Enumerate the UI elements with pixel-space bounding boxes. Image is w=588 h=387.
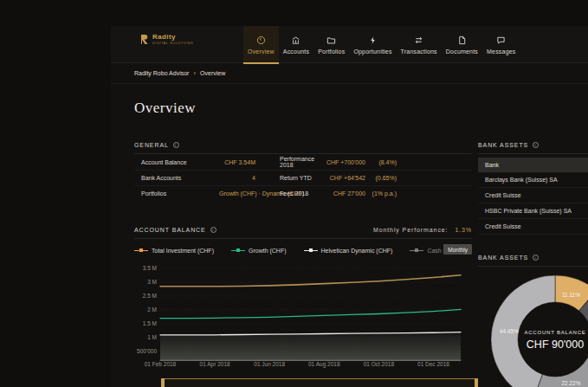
breadcrumb: Radity Robo Advisor › Overview (111, 63, 588, 84)
svg-text:01 Apr 2018: 01 Apr 2018 (200, 361, 230, 368)
svg-text:22.22%: 22.22% (561, 380, 580, 386)
general-value: CHF +64'542 (323, 175, 365, 181)
account-balance-section: ACCOUNT BALANCE Monthly Performance: 1.3… (134, 223, 472, 387)
divider (478, 266, 588, 267)
chart-legend: Total Investment (CHF) Growth (CHF) Helv… (134, 244, 472, 256)
legend-item-helvetican-dynamic[interactable]: Helvetican Dynamic (CHF) (304, 248, 393, 254)
svg-text:11.11%: 11.11% (562, 292, 580, 298)
legend-marker (231, 248, 245, 252)
bolt-icon (368, 35, 378, 45)
svg-text:2.5 M: 2.5 M (143, 293, 157, 299)
brand-tagline: DIGITAL SOLUTIONS (152, 42, 193, 46)
general-value: CHF 3.54M (219, 159, 255, 165)
svg-text:CHF 90'000: CHF 90'000 (527, 339, 584, 351)
balance-line-chart: 3.5 M3 M2.5 M2 M1.5 M1 M500'00001 Feb 20… (134, 261, 472, 372)
svg-text:ACCOUNT BALANCE: ACCOUNT BALANCE (524, 330, 585, 335)
monthly-performance-value: 1.3% (455, 227, 472, 233)
tab-documents[interactable]: Documents (442, 26, 482, 63)
divider (134, 238, 472, 239)
info-icon[interactable] (533, 142, 539, 148)
chat-bubble-icon (496, 35, 506, 45)
general-heading: GENERAL (134, 142, 169, 148)
general-value: CHF 27'000 (323, 190, 365, 197)
app-window: Radity DIGITAL SOLUTIONS Overview Accoun… (111, 26, 588, 387)
chart-range-brush[interactable] (161, 378, 478, 387)
svg-text:3.5 M: 3.5 M (143, 265, 157, 271)
legend-marker (304, 248, 318, 252)
legend-marker (134, 248, 148, 252)
bank-assets-list-section: BANK ASSETS Bank Barclays Bank (Suisse) … (478, 139, 588, 235)
general-row: Account Balance CHF 3.54M Performance 20… (134, 154, 472, 170)
svg-text:500'000: 500'000 (137, 348, 157, 354)
bank-row[interactable]: HSBC Private Bank (Suisse) SA (478, 203, 588, 219)
folder-icon (326, 35, 336, 45)
general-label: Performance 2018 (280, 156, 323, 168)
bank-row[interactable]: Credit Suisse (478, 188, 588, 203)
divider (478, 153, 588, 154)
tab-messages[interactable]: Messages (482, 26, 520, 63)
breadcrumb-root[interactable]: Radity Robo Advisor (134, 70, 189, 76)
gauge-icon (256, 35, 266, 45)
general-percent: (8.4%) (365, 159, 397, 165)
svg-text:2 M: 2 M (147, 306, 157, 313)
radity-logo-icon (141, 35, 149, 45)
tab-portfolios[interactable]: Portfolios (313, 26, 349, 63)
brush-handle-left[interactable] (161, 378, 165, 387)
bank-icon (291, 35, 300, 45)
bank-assets-heading: BANK ASSETS (478, 255, 528, 261)
svg-text:01 Jun 2018: 01 Jun 2018 (254, 361, 285, 367)
page-title: Overview (134, 100, 196, 117)
bank-assets-donut-chart: 11.11%22.22%44.45%ACCOUNT BALANCECHF 90'… (478, 270, 588, 387)
top-nav: Radity DIGITAL SOLUTIONS Overview Accoun… (111, 26, 588, 63)
svg-text:01 Oct 2018: 01 Oct 2018 (364, 361, 395, 367)
tab-overview[interactable]: Overview (243, 26, 279, 63)
breadcrumb-current: Overview (200, 70, 225, 76)
svg-text:01 Feb 2018: 01 Feb 2018 (145, 361, 177, 367)
chevron-right-icon: › (193, 69, 196, 77)
legend-item-total-investment[interactable]: Total Investment (CHF) (134, 248, 214, 254)
tab-transactions[interactable]: Transactions (397, 26, 442, 63)
bank-row[interactable]: Barclays Bank (Suisse) SA (478, 172, 588, 188)
brand-name: Radity (152, 34, 193, 41)
svg-text:44.45%: 44.45% (500, 328, 519, 334)
general-percent: (1% p.a.) (365, 190, 397, 197)
general-label: Account Balance (141, 159, 219, 165)
info-icon[interactable] (210, 227, 216, 233)
brand-logo[interactable]: Radity DIGITAL SOLUTIONS (141, 34, 193, 46)
legend-marker (410, 248, 423, 252)
bank-assets-heading: BANK ASSETS (478, 142, 528, 148)
svg-text:1.5 M: 1.5 M (143, 320, 157, 326)
svg-text:3 M: 3 M (147, 279, 157, 285)
general-value: 4 (219, 175, 255, 181)
general-section: GENERAL Account Balance CHF 3.54M Perfor… (134, 139, 472, 201)
nav-tabs: Overview Accounts Portfolios Opportuniti… (243, 26, 520, 63)
general-percent: (0.65%) (365, 175, 397, 181)
svg-text:01 Dec 2018: 01 Dec 2018 (417, 361, 449, 367)
info-icon[interactable] (533, 255, 539, 261)
svg-text:1 M: 1 M (147, 334, 157, 340)
bank-row[interactable]: Credit Suisse (478, 219, 588, 235)
general-label: Return YTD (280, 175, 323, 181)
tab-accounts[interactable]: Accounts (279, 26, 313, 63)
general-label: Fees 2018 (280, 190, 323, 197)
bank-assets-donut-section: BANK ASSETS 11.11%22.22%44.45%ACCOUNT BA… (478, 251, 588, 267)
info-icon[interactable] (173, 142, 179, 148)
general-row: Portfolios Growth (CHF) · Dynamic (CHF) … (134, 185, 472, 201)
general-label: Bank Accounts (141, 175, 219, 181)
general-label: Portfolios (141, 190, 219, 197)
swap-arrows-icon (414, 35, 423, 45)
general-row: Bank Accounts 4 Return YTD CHF +64'542 (… (134, 170, 472, 185)
tab-opportunities[interactable]: Opportunities (349, 26, 396, 63)
period-monthly-button[interactable]: Monthly (443, 244, 472, 255)
svg-text:01 Aug 2018: 01 Aug 2018 (308, 361, 340, 368)
general-value: CHF +700'000 (323, 159, 365, 165)
monthly-performance-label: Monthly Performance: (373, 227, 448, 233)
account-balance-heading: ACCOUNT BALANCE (134, 227, 206, 233)
bank-column-header[interactable]: Bank (478, 158, 588, 172)
legend-item-growth[interactable]: Growth (CHF) (231, 248, 287, 254)
document-icon (457, 35, 467, 45)
general-value: Growth (CHF) · Dynamic (CHF) (219, 190, 255, 197)
